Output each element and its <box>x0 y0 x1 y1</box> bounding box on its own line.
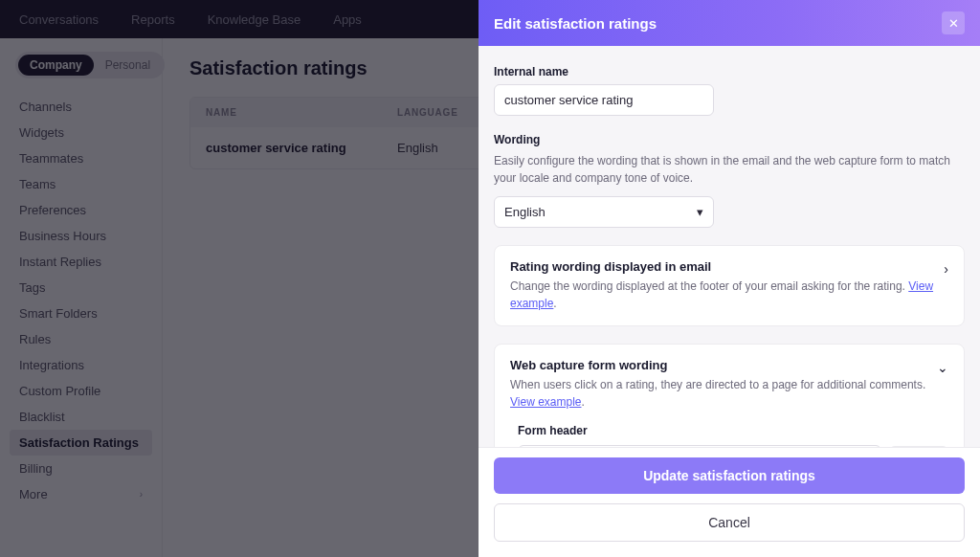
close-button[interactable]: ✕ <box>942 11 965 34</box>
panel-footer: Update satisfaction ratings Cancel <box>479 447 980 557</box>
panel-body[interactable]: Internal name Wording Easily configure t… <box>479 46 980 447</box>
language-select[interactable]: English ▾ <box>494 196 714 228</box>
chevron-down-icon: ▾ <box>697 205 703 219</box>
web-capture-card: Web capture form wording When users clic… <box>494 344 965 447</box>
update-button[interactable]: Update satisfaction ratings <box>494 457 965 494</box>
email-wording-card[interactable]: Rating wording displayed in email Change… <box>494 245 965 326</box>
wording-label: Wording <box>494 133 965 146</box>
internal-name-label: Internal name <box>494 65 965 78</box>
panel-title: Edit satisfaction ratings <box>494 15 657 32</box>
edit-panel: Edit satisfaction ratings ✕ Internal nam… <box>479 0 980 557</box>
email-card-sub: Change the wording displayed at the foot… <box>510 278 934 312</box>
wording-desc: Easily configure the wording that is sho… <box>494 152 965 187</box>
panel-header: Edit satisfaction ratings ✕ <box>479 0 980 46</box>
close-icon: ✕ <box>948 16 959 31</box>
language-value: English <box>504 205 546 219</box>
web-card-title: Web capture form wording <box>510 358 927 372</box>
form-header-label: Form header <box>518 424 948 437</box>
web-capture-toggle[interactable]: Web capture form wording When users clic… <box>510 358 948 411</box>
web-view-example-link[interactable]: View example <box>510 395 581 409</box>
chevron-down-icon: ⌄ <box>937 360 948 375</box>
chevron-right-icon: › <box>944 261 948 277</box>
internal-name-input[interactable] <box>494 84 714 116</box>
cancel-button[interactable]: Cancel <box>494 503 965 542</box>
web-card-sub: When users click on a rating, they are d… <box>510 376 927 411</box>
email-card-title: Rating wording displayed in email <box>510 259 934 274</box>
